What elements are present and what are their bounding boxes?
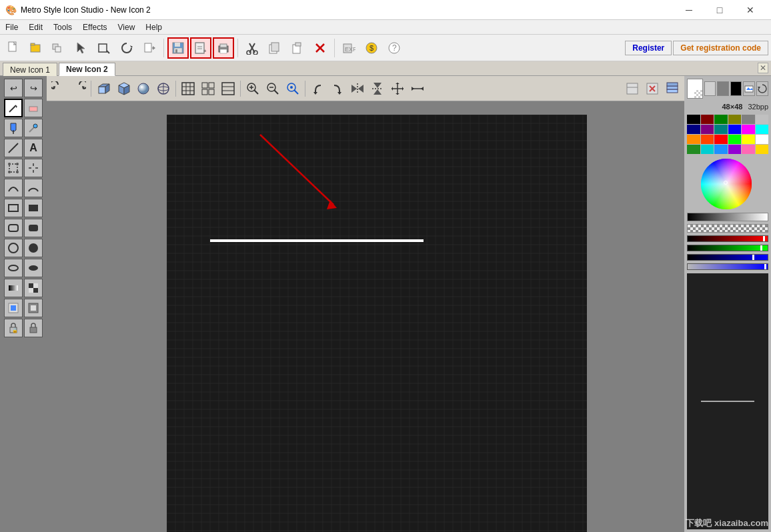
menu-file[interactable]: File bbox=[0, 21, 23, 33]
3d-cube-f-button[interactable] bbox=[94, 79, 113, 98]
palette-cell[interactable] bbox=[701, 125, 714, 134]
line-tool-button[interactable] bbox=[4, 139, 23, 157]
palette-cell[interactable] bbox=[701, 135, 714, 144]
rotate-button[interactable] bbox=[116, 37, 137, 59]
open-button[interactable] bbox=[25, 37, 47, 59]
wide-ellipse-fill-button[interactable] bbox=[24, 259, 43, 277]
ellipse-outline-button[interactable] bbox=[4, 239, 23, 257]
minimize-button[interactable]: ─ bbox=[674, 0, 704, 20]
copy-button[interactable] bbox=[264, 37, 285, 59]
tab-new-icon-2[interactable]: New Icon 2 bbox=[59, 63, 115, 76]
grid3-button[interactable] bbox=[219, 79, 237, 98]
icon-preview2-button[interactable] bbox=[24, 299, 43, 317]
canvas-delete-button[interactable] bbox=[643, 79, 662, 98]
save-button[interactable] bbox=[167, 37, 189, 59]
layers-button[interactable] bbox=[663, 79, 682, 98]
undo-sec-button[interactable] bbox=[49, 79, 68, 98]
cursor-button[interactable] bbox=[71, 37, 92, 59]
color-slider-alpha[interactable] bbox=[687, 263, 768, 270]
fg-lock-button[interactable]: 🔒 bbox=[4, 319, 23, 337]
menu-view[interactable]: View bbox=[113, 21, 141, 33]
bg-lock-button[interactable] bbox=[24, 319, 43, 337]
expand-button[interactable] bbox=[408, 79, 427, 98]
color-wheel-container[interactable] bbox=[687, 157, 768, 211]
flip-h-button[interactable] bbox=[348, 79, 367, 98]
sphere2-button[interactable] bbox=[154, 79, 173, 98]
zoom-in-button[interactable] bbox=[243, 79, 262, 98]
menu-tools[interactable]: Tools bbox=[48, 21, 77, 33]
help-button[interactable]: ? bbox=[383, 37, 405, 59]
curve-left-button[interactable] bbox=[308, 79, 327, 98]
palette-cell[interactable] bbox=[728, 145, 742, 154]
rect-outline-button[interactable] bbox=[4, 199, 23, 217]
gradient-pattern1[interactable] bbox=[687, 224, 768, 233]
palette-cell[interactable] bbox=[728, 135, 742, 144]
text-tool-button[interactable]: A bbox=[24, 139, 43, 157]
reset-icon[interactable] bbox=[756, 81, 768, 96]
maximize-button[interactable]: □ bbox=[704, 0, 735, 20]
palette-cell[interactable] bbox=[687, 115, 700, 124]
cross-arrows-button[interactable] bbox=[388, 79, 407, 98]
undo-tool-button[interactable]: ↩ bbox=[4, 79, 23, 97]
palette-cell[interactable] bbox=[756, 135, 769, 144]
zoom-actual-button[interactable] bbox=[283, 79, 302, 98]
currency-button[interactable]: $ bbox=[361, 37, 382, 59]
redo-sec-button[interactable] bbox=[69, 79, 88, 98]
magic-wand-button[interactable] bbox=[24, 159, 43, 177]
gradient-black-white[interactable] bbox=[687, 213, 768, 221]
palette-cell[interactable] bbox=[701, 145, 714, 154]
palette-cell[interactable] bbox=[687, 145, 700, 154]
color-slider-r[interactable] bbox=[687, 235, 768, 242]
palette-cell[interactable] bbox=[742, 115, 755, 124]
transform-tool-button[interactable] bbox=[4, 159, 23, 177]
palette-cell[interactable] bbox=[728, 115, 742, 124]
rect-fill-button[interactable] bbox=[24, 199, 43, 217]
canvas-scroll[interactable] bbox=[47, 101, 684, 532]
icon-preview-button[interactable] bbox=[4, 299, 23, 317]
palette-cell[interactable] bbox=[742, 135, 755, 144]
canvas-settings-button[interactable] bbox=[623, 79, 642, 98]
paste-button[interactable] bbox=[287, 37, 308, 59]
print-button[interactable] bbox=[213, 37, 234, 59]
register-button[interactable]: Register bbox=[625, 41, 672, 55]
eyedropper-tool-button[interactable] bbox=[24, 119, 43, 137]
icon-set-button[interactable] bbox=[48, 37, 69, 59]
palette-cell[interactable] bbox=[756, 115, 769, 124]
palette-cell[interactable] bbox=[687, 125, 700, 134]
resize-button[interactable] bbox=[93, 37, 115, 59]
menu-effects[interactable]: Effects bbox=[77, 21, 112, 33]
delete-button[interactable] bbox=[309, 37, 331, 59]
3d-cube-s-button[interactable] bbox=[114, 79, 133, 98]
ellipse-fill-button[interactable] bbox=[24, 239, 43, 257]
palette-cell[interactable] bbox=[714, 125, 728, 134]
close-all-tabs-button[interactable]: ✕ bbox=[758, 63, 768, 73]
zoom-out-button[interactable] bbox=[263, 79, 282, 98]
menu-edit[interactable]: Edit bbox=[23, 21, 48, 33]
color-swatch-mid[interactable] bbox=[717, 81, 728, 96]
pixel-canvas[interactable] bbox=[167, 115, 587, 532]
curve-tool-button[interactable] bbox=[4, 179, 23, 197]
color-slider-b[interactable] bbox=[687, 254, 768, 261]
open-image-icon[interactable] bbox=[743, 81, 755, 96]
grid2-button[interactable] bbox=[199, 79, 217, 98]
palette-cell[interactable] bbox=[714, 145, 728, 154]
cut-button[interactable] bbox=[241, 37, 263, 59]
export-button[interactable]: EXP bbox=[338, 37, 359, 59]
wide-ellipse-outline-button[interactable] bbox=[4, 259, 23, 277]
import-button[interactable] bbox=[139, 37, 160, 59]
tab-new-icon-1[interactable]: New Icon 1 bbox=[3, 63, 57, 76]
checker-tool-button[interactable] bbox=[24, 279, 43, 297]
pencil-tool-button[interactable] bbox=[4, 99, 23, 117]
new-button[interactable] bbox=[3, 37, 24, 59]
palette-cell[interactable] bbox=[756, 125, 769, 134]
palette-cell[interactable] bbox=[756, 145, 769, 154]
redo-tool-button[interactable]: ↪ bbox=[24, 79, 43, 97]
palette-cell[interactable] bbox=[687, 135, 700, 144]
color-slider-g[interactable] bbox=[687, 245, 768, 251]
gradient-tool-button[interactable] bbox=[4, 279, 23, 297]
arc-tool-button[interactable] bbox=[24, 179, 43, 197]
save-as-button[interactable]: + bbox=[190, 37, 211, 59]
palette-cell[interactable] bbox=[714, 135, 728, 144]
get-registration-button[interactable]: Get registration code bbox=[673, 41, 768, 55]
palette-cell[interactable] bbox=[714, 115, 728, 124]
